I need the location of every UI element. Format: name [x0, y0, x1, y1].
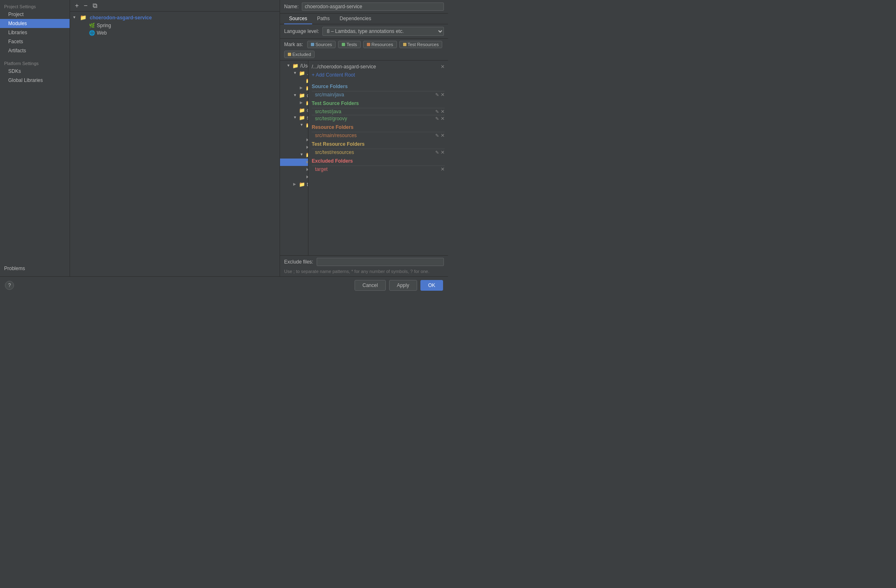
tab-sources[interactable]: Sources: [284, 14, 312, 24]
resource-folders-title: Resource Folders: [312, 124, 445, 130]
cancel-button[interactable]: Cancel: [355, 280, 385, 291]
source-folder-edit-icon[interactable]: ✎: [435, 92, 439, 98]
module-name: choerodon-asgard-service: [90, 15, 152, 21]
remove-module-button[interactable]: −: [82, 1, 89, 10]
sidebar-item-problems[interactable]: Problems: [0, 264, 70, 273]
mark-excluded-button[interactable]: Excluded: [284, 51, 315, 58]
target-arrow: ▶: [293, 182, 298, 187]
ok-button[interactable]: OK: [420, 280, 443, 291]
tree-row[interactable]: ▶ 📁 java: [280, 136, 308, 144]
sidebar-item-project[interactable]: Project: [0, 10, 70, 19]
mark-tests-label: Tests: [346, 42, 357, 47]
web-arrow: [83, 30, 88, 35]
tree-row[interactable]: 📁 choerodon_temp: [280, 107, 308, 114]
test-source-folder-remove-2[interactable]: ✕: [441, 116, 445, 121]
test-resource-folders-title: Test Resource Folders: [312, 141, 445, 147]
excluded-folder-remove[interactable]: ✕: [441, 166, 445, 172]
tree-row[interactable]: ▶ 📁 groovy: [280, 159, 308, 166]
tab-paths[interactable]: Paths: [312, 14, 335, 24]
mark-tests-button[interactable]: Tests: [338, 41, 361, 48]
source-folder-remove[interactable]: ✕: [441, 92, 445, 98]
test-source-folder-path-1: src/test/java: [315, 109, 341, 114]
charts-arrow: ▼: [293, 93, 298, 98]
add-content-root-button[interactable]: + Add Content Root: [312, 72, 445, 78]
tree-row[interactable]: ▼ 📁 src: [280, 114, 308, 121]
mark-resources-button[interactable]: Resources: [363, 41, 397, 48]
sidebar-item-facets[interactable]: Facets: [0, 37, 70, 46]
info-panel-close[interactable]: ✕: [441, 64, 445, 70]
excluded-dot: [288, 53, 291, 56]
test-resource-folder-remove[interactable]: ✕: [441, 149, 445, 155]
resource-folder-edit-icon[interactable]: ✎: [435, 133, 439, 138]
spring-facet-row[interactable]: 🌿 Spring: [70, 22, 280, 29]
mark-sources-label: Sources: [315, 42, 332, 47]
tree-row[interactable]: ▶ 📁 sonarlint: [280, 84, 308, 92]
mark-sources-button[interactable]: Sources: [307, 41, 336, 48]
tree-row[interactable]: ▼ 📁 test: [280, 151, 308, 159]
tree-row[interactable]: ▶ 📁 resources: [280, 173, 308, 181]
chs-arrow: ▶: [300, 100, 305, 105]
module-arrow: ▼: [72, 15, 77, 20]
tree-row[interactable]: ▶ 📁 resources: [280, 144, 308, 151]
charts-folder-icon: 📁: [299, 93, 305, 98]
module-root-row[interactable]: ▼ 📁 choerodon-asgard-service: [70, 13, 280, 22]
mark-test-resources-button[interactable]: Test Resources: [399, 41, 443, 48]
source-folder-actions: ✎ ✕: [435, 92, 445, 98]
tree-row[interactable]: ▶ 📁 choerodon-asgard-service: [280, 99, 308, 107]
add-module-button[interactable]: +: [73, 1, 80, 10]
test-resource-folder-path: src/test/resources: [315, 149, 354, 155]
info-panel-header: /.../choerodon-asgard-service ✕: [312, 64, 445, 70]
excluded-folder-row: target ✕: [312, 166, 445, 173]
sidebar-item-modules[interactable]: Modules: [0, 19, 70, 28]
spring-arrow: [83, 23, 88, 28]
resource-folder-remove[interactable]: ✕: [441, 133, 445, 138]
copy-module-button[interactable]: ⧉: [91, 1, 99, 10]
bottom-bar: ? Cancel Apply OK: [0, 276, 448, 294]
test-source-folders-title: Test Source Folders: [312, 100, 445, 106]
language-select[interactable]: 8 – Lambdas, type annotations etc.: [322, 27, 444, 36]
row0-label: /Users/jcalaz/work/code/choerodon/choero…: [300, 63, 308, 69]
libs-arrow: [300, 78, 305, 83]
tree-row[interactable]: ▼ 📁 .idea: [280, 70, 308, 77]
name-bar: Name:: [280, 0, 448, 14]
main-area: Project Settings Project Modules Librari…: [0, 0, 448, 276]
tree-row[interactable]: ▼ 📁 main: [280, 121, 308, 129]
tree-row[interactable]: ▶ 📁 target: [280, 181, 308, 188]
test-source-folder-edit-icon-1[interactable]: ✎: [435, 109, 439, 114]
sonar-arrow: ▶: [300, 86, 305, 91]
excluded-folder-actions: ✕: [441, 166, 445, 172]
test-source-folder-remove-1[interactable]: ✕: [441, 109, 445, 114]
help-button[interactable]: ?: [5, 281, 14, 290]
target-folder-icon: 📁: [299, 182, 305, 187]
tree-row[interactable]: ▼ 📁 charts: [280, 92, 308, 99]
module-folder-icon: 📁: [80, 14, 86, 21]
test-source-folder-edit-icon-2[interactable]: ✎: [435, 116, 439, 121]
tree-row[interactable]: 📁 libraries: [280, 77, 308, 84]
temp-arrow: [293, 108, 298, 113]
exclude-files-input[interactable]: [317, 258, 444, 266]
spring-icon: 🌿: [89, 23, 95, 28]
sidebar-item-libraries[interactable]: Libraries: [0, 28, 70, 37]
test-source-folder-actions-1: ✎ ✕: [435, 109, 445, 114]
exclude-files-label: Exclude files:: [284, 259, 313, 265]
web-facet-row[interactable]: 🌐 Web: [70, 29, 280, 37]
tree-row[interactable]: 📁 docker: [280, 129, 308, 136]
content-area: ▼ 📁 /Users/jcalaz/work/code/choerodon/ch…: [280, 61, 448, 255]
sidebar-item-global-libraries[interactable]: Global Libraries: [0, 76, 70, 85]
tree-row[interactable]: ▶ 📁 java: [280, 166, 308, 173]
copy-icon: ⧉: [93, 2, 97, 9]
name-input[interactable]: [302, 2, 444, 11]
test-source-folder-actions-2: ✎ ✕: [435, 116, 445, 121]
test-resource-folder-edit-icon[interactable]: ✎: [435, 150, 439, 155]
apply-button[interactable]: Apply: [389, 280, 417, 291]
src-arrow: ▼: [293, 115, 298, 120]
right-panel: Name: Sources Paths Dependencies Languag…: [280, 0, 448, 276]
project-settings-title: Project Settings: [0, 2, 70, 10]
source-folder-row: src/main/java ✎ ✕: [312, 91, 445, 98]
tab-dependencies[interactable]: Dependencies: [335, 14, 376, 24]
excluded-folders-title: Excluded Folders: [312, 158, 445, 164]
language-bar: Language level: 8 – Lambdas, type annota…: [280, 24, 448, 39]
tree-row[interactable]: ▼ 📁 /Users/jcalaz/work/code/choerodon/ch…: [280, 62, 308, 70]
sidebar-item-sdks[interactable]: SDKs: [0, 67, 70, 76]
sidebar-item-artifacts[interactable]: Artifacts: [0, 46, 70, 55]
